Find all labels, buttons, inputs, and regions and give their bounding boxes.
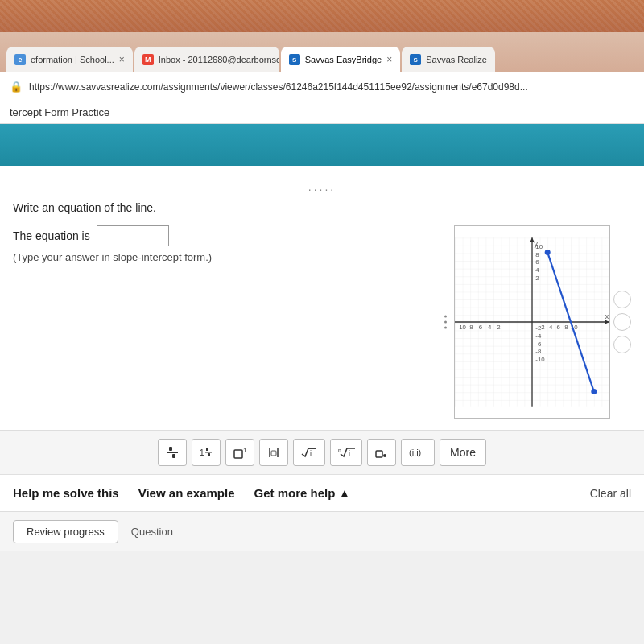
vertical-dots (444, 316, 447, 329)
clear-all-button[interactable]: Clear all (590, 487, 631, 500)
left-panel: The equation is (Type your answer in slo… (13, 225, 438, 263)
svg-rect-47 (376, 451, 382, 457)
svg-text:-4: -4 (485, 324, 492, 331)
review-progress-button[interactable]: Review progress (13, 520, 118, 543)
option-b-button[interactable] (613, 313, 631, 331)
svg-text:-10: -10 (535, 356, 545, 363)
option-c-button[interactable] (613, 336, 631, 353)
svg-point-48 (383, 454, 386, 457)
svg-text:n: n (338, 448, 341, 453)
svg-text:y: y (535, 240, 539, 248)
superscript-button[interactable]: 1 (225, 439, 254, 466)
tab1-close[interactable]: × (119, 54, 125, 65)
tab-2[interactable]: M Inbox - 20112680@dearbornsch... × (134, 47, 279, 72)
help-me-solve-link[interactable]: Help me solve this (13, 486, 119, 500)
side-buttons (613, 291, 631, 353)
tab3-label: Savvas EasyBridge (305, 55, 382, 64)
mixed-number-button[interactable]: 1 (192, 439, 221, 466)
dots-separator: ..... (13, 180, 631, 193)
svg-text:6: 6 (535, 258, 539, 266)
question-info: Question (131, 526, 173, 538)
svg-text:-8: -8 (535, 348, 542, 355)
address-bar: 🔒 https://www.savvasrealize.com/assignme… (0, 72, 644, 101)
equation-prefix: The equation is (13, 229, 90, 242)
svg-rect-37 (208, 453, 210, 456)
svg-text:1: 1 (200, 448, 204, 457)
tab3-favicon: S (289, 54, 300, 65)
svg-text:-6: -6 (535, 341, 542, 348)
svg-text:-8: -8 (468, 324, 474, 331)
sqrt-button[interactable]: i (293, 439, 325, 466)
tab1-label: eformation | School... (31, 55, 114, 64)
browser-tabs-bar: e eformation | School... × M Inbox - 201… (0, 32, 644, 72)
svg-text:-6: -6 (477, 324, 483, 331)
help-bar: Help me solve this View an example Get m… (0, 474, 644, 511)
svg-text:6: 6 (557, 324, 561, 331)
graph-canvas: 10 8 6 4 2 -2 -4 -6 -8 -10 -10 -8 -6 (454, 225, 610, 419)
svg-text:(i,i): (i,i) (409, 448, 421, 457)
svg-rect-36 (206, 448, 208, 451)
hint-text: (Type your answer in slope-intercept for… (13, 251, 438, 263)
svg-text:-4: -4 (535, 332, 542, 340)
view-example-link[interactable]: View an example (138, 486, 235, 500)
svg-text:8: 8 (535, 251, 539, 258)
svg-rect-32 (169, 447, 172, 451)
question-text: Write an equation of the line. (13, 201, 631, 214)
svg-rect-33 (172, 454, 175, 458)
main-content: ..... Write an equation of the line. The… (0, 166, 644, 430)
svg-text:-10: -10 (457, 324, 467, 331)
svg-point-29 (545, 250, 551, 255)
svg-text:2: 2 (541, 324, 544, 331)
tab-4[interactable]: S Savvas Realize (402, 47, 495, 72)
equation-input[interactable] (97, 225, 169, 246)
svg-text:2: 2 (535, 275, 539, 282)
svg-text:-2: -2 (535, 324, 541, 332)
page-header: tercept Form Practice (0, 101, 644, 124)
tab3-close[interactable]: × (386, 54, 392, 65)
svg-rect-38 (234, 450, 242, 458)
get-more-help-link[interactable]: Get more help ▲ (254, 486, 351, 500)
svg-text:1: 1 (243, 447, 247, 454)
tab-3[interactable]: S Savvas EasyBridge × (281, 47, 400, 72)
option-a-button[interactable] (613, 291, 631, 308)
tab-1[interactable]: e eformation | School... × (6, 47, 133, 72)
svg-text:i: i (310, 449, 312, 457)
svg-text:i: i (349, 449, 350, 457)
svg-point-30 (591, 389, 597, 394)
svg-rect-42 (271, 451, 276, 456)
math-toolbar: 1 1 i ni (i,i) More (0, 430, 644, 474)
absolute-value-button[interactable] (259, 439, 288, 466)
nth-root-button[interactable]: ni (330, 439, 362, 466)
dot-button[interactable] (367, 439, 396, 466)
svg-text:-2: -2 (495, 324, 501, 331)
fraction-button[interactable] (158, 439, 187, 466)
tab2-label: Inbox - 20112680@dearbornsch... (159, 55, 279, 64)
teal-banner (0, 124, 644, 166)
svg-text:x: x (605, 312, 609, 320)
question-label-text: Question (131, 526, 173, 538)
review-bar: Review progress Question (0, 511, 644, 551)
page-title: tercept Form Practice (10, 106, 109, 118)
svg-text:8: 8 (564, 324, 568, 331)
tab2-favicon: M (142, 54, 154, 65)
equation-row: The equation is (13, 225, 438, 246)
tab4-favicon: S (410, 54, 421, 65)
svg-rect-35 (205, 452, 212, 453)
coordinate-button[interactable]: (i,i) (401, 439, 435, 466)
svg-text:4: 4 (549, 324, 553, 331)
svg-text:4: 4 (535, 266, 539, 274)
coordinate-graph: 10 8 6 4 2 -2 -4 -6 -8 -10 -10 -8 -6 (455, 226, 609, 418)
graph-container: 10 8 6 4 2 -2 -4 -6 -8 -10 -10 -8 -6 (454, 225, 631, 419)
more-button[interactable]: More (440, 439, 486, 466)
svg-rect-31 (167, 452, 178, 453)
lock-icon: 🔒 (10, 80, 23, 93)
content-body: The equation is (Type your answer in slo… (13, 225, 631, 419)
fur-background (0, 0, 644, 32)
tabs-container: e eformation | School... × M Inbox - 201… (6, 47, 495, 72)
url-text[interactable]: https://www.savvasrealize.com/assignment… (29, 81, 634, 93)
tab4-label: Savvas Realize (426, 55, 487, 64)
tab1-favicon: e (14, 54, 26, 65)
